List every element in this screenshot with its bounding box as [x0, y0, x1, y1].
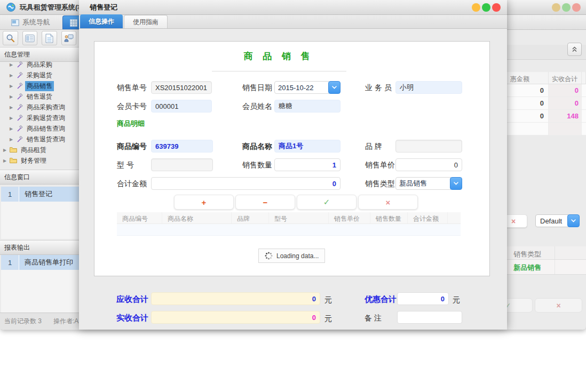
- search-button[interactable]: [3, 31, 18, 45]
- chevron-down-icon[interactable]: [450, 177, 462, 190]
- column-header-discount[interactable]: 惠金额: [507, 72, 549, 84]
- list-item-sales-print[interactable]: 1 商品销售单打印: [1, 255, 79, 270]
- sale-type-label: 销售类型: [365, 177, 395, 190]
- product-name-label: 商品名称: [242, 140, 272, 153]
- member-name-field[interactable]: 糖糖: [274, 100, 340, 113]
- model-field[interactable]: [151, 158, 213, 171]
- close-button[interactable]: [572, 3, 581, 12]
- status-bar: 当前记录数 3 操作者:A: [0, 313, 79, 329]
- tree-item-purchase-return[interactable]: ▶ 采购退货: [0, 70, 79, 81]
- column-header-model[interactable]: 型号: [269, 212, 329, 223]
- column-header-price[interactable]: 销售单价: [329, 212, 370, 223]
- minimize-button[interactable]: [552, 3, 560, 12]
- sale-type-dropdown[interactable]: 新品销售: [395, 177, 462, 190]
- section-title: 报表输出: [4, 243, 30, 252]
- form-view-button[interactable]: [22, 31, 38, 45]
- remove-row-button[interactable]: −: [235, 195, 295, 210]
- operator-button[interactable]: [61, 31, 77, 45]
- expand-arrow-icon[interactable]: ▶: [3, 158, 9, 163]
- member-card-field[interactable]: 000001: [151, 100, 212, 113]
- salesman-field[interactable]: 小明: [395, 81, 462, 94]
- tree-item-product-rental[interactable]: ▶ 商品租赁: [0, 145, 79, 155]
- confirm-button[interactable]: ✓: [297, 195, 357, 210]
- column-header-received[interactable]: 实收合计: [549, 72, 582, 84]
- expand-arrow-icon[interactable]: ▶: [10, 62, 15, 67]
- sales-register-dialog: 销售登记 信息操作 使用指南 商 品 销 售 销售单号 XS2015102200…: [79, 0, 507, 330]
- tree-item-sale-query[interactable]: ▶ 商品销售查询: [0, 123, 79, 134]
- chevron-down-icon[interactable]: [328, 81, 340, 94]
- default-view-dropdown[interactable]: Default: [535, 214, 580, 227]
- expand-arrow-icon[interactable]: ▶: [10, 94, 15, 99]
- expand-arrow-icon[interactable]: ▶: [10, 126, 15, 131]
- chevron-down-icon[interactable]: [567, 214, 580, 227]
- product-no-label: 商品编号: [117, 140, 147, 153]
- expand-arrow-icon[interactable]: ▶: [3, 148, 9, 153]
- column-header-product-name[interactable]: 商品名称: [162, 212, 232, 223]
- tree-item-sale-return[interactable]: ▶ 销售退货: [0, 91, 79, 102]
- product-name-field[interactable]: 商品1号: [274, 140, 340, 153]
- tree-item-purchase-query[interactable]: ▶ 商品采购查询: [0, 102, 79, 113]
- maximize-button[interactable]: [482, 3, 490, 12]
- column-header-product-no[interactable]: 商品编号: [117, 212, 162, 223]
- expand-arrow-icon[interactable]: ▶: [10, 116, 15, 121]
- qty-field[interactable]: 1: [274, 158, 340, 171]
- cell-received: 0: [549, 97, 582, 109]
- document-button[interactable]: [42, 31, 57, 45]
- expand-arrow-icon[interactable]: ▶: [10, 84, 15, 89]
- collapse-panel-button[interactable]: [567, 43, 582, 56]
- cell-received: 0: [549, 84, 582, 97]
- remark-field[interactable]: [397, 311, 462, 324]
- price-label: 销售单价: [365, 158, 395, 171]
- minimize-button[interactable]: [472, 3, 480, 12]
- dialog-window-controls: [472, 3, 501, 12]
- maximize-button[interactable]: [562, 3, 571, 12]
- tab-system-nav[interactable]: 系统导航: [4, 15, 57, 29]
- dialog-titlebar: 销售登记: [79, 0, 507, 15]
- sale-no-field[interactable]: XS20151022001: [151, 81, 212, 94]
- tool-icon: [16, 104, 23, 111]
- tab-label: 信息操作: [89, 17, 114, 26]
- tree-item-finance[interactable]: ▶ 财务管理: [0, 155, 79, 166]
- discount-field[interactable]: 0: [397, 292, 449, 305]
- member-name-label: 会员姓名: [242, 100, 272, 113]
- expand-arrow-icon[interactable]: ▶: [10, 137, 15, 142]
- column-header-amount[interactable]: 合计金额: [408, 212, 448, 223]
- dropdown-value: Default: [535, 214, 568, 227]
- app-logo-icon: [6, 3, 15, 12]
- receivable-label: 应收合计: [116, 293, 148, 306]
- table-row[interactable]: 新品销售: [507, 260, 586, 275]
- column-header-spacer: [582, 72, 586, 84]
- column-header-qty[interactable]: 销售数量: [370, 212, 408, 223]
- window-icon: [11, 19, 19, 26]
- close-button[interactable]: [492, 3, 501, 12]
- cell-discount: 0: [507, 110, 549, 122]
- expand-arrow-icon[interactable]: ▶: [10, 73, 15, 78]
- tab-user-guide[interactable]: 使用指南: [124, 15, 168, 28]
- cancel-button[interactable]: ×: [358, 195, 418, 210]
- x-icon: ×: [511, 217, 516, 226]
- amount-field[interactable]: 0: [151, 177, 340, 190]
- tree-item-purchase-return-query[interactable]: ▶ 采购退货查询: [0, 113, 79, 123]
- tree-item-product-sale[interactable]: ▶ 商品销售: [0, 81, 79, 91]
- received-field[interactable]: 0: [151, 311, 320, 324]
- add-row-button[interactable]: +: [174, 195, 234, 210]
- tab-info-operation[interactable]: 信息操作: [80, 14, 123, 28]
- product-no-field[interactable]: 639739: [151, 140, 213, 153]
- expand-arrow-icon[interactable]: ▶: [10, 105, 15, 110]
- receivable-field[interactable]: 0: [151, 292, 320, 305]
- table-row[interactable]: 0 148: [507, 110, 586, 123]
- price-field[interactable]: 0: [395, 158, 462, 171]
- background-close-button[interactable]: ×: [535, 298, 582, 313]
- x-icon: ×: [386, 198, 391, 207]
- tree-item-sale-return-query[interactable]: ▶ 销售退货查询: [0, 134, 79, 145]
- sales-form-card: 商 品 销 售 销售单号 XS20151022001 销售日期 2015-10-…: [94, 41, 490, 276]
- tool-icon: [16, 72, 23, 79]
- list-item-sales-register[interactable]: 1 销售登记: [1, 187, 79, 202]
- table-row[interactable]: 0 0: [507, 97, 586, 110]
- table-row[interactable]: 0 0: [507, 84, 586, 97]
- column-header-brand[interactable]: 品牌: [232, 212, 269, 223]
- column-header-sale-type[interactable]: 销售类型: [507, 246, 555, 259]
- tree-item-product-purchase[interactable]: ▶ 商品采购: [0, 59, 79, 70]
- brand-field[interactable]: [395, 140, 462, 153]
- sale-date-picker[interactable]: 2015-10-22: [274, 81, 340, 94]
